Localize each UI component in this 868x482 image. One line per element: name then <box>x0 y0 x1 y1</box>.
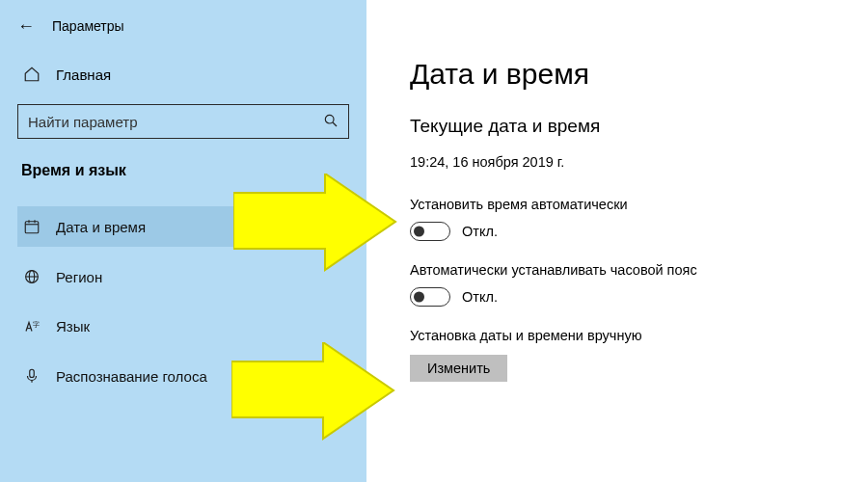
microphone-icon <box>23 367 41 385</box>
svg-line-1 <box>333 122 337 126</box>
setting-auto-timezone: Автоматически устанавливать часовой пояс… <box>410 262 839 307</box>
svg-point-0 <box>325 115 334 123</box>
sidebar: ← Параметры Главная Время и язык Дата и … <box>0 0 366 482</box>
calendar-clock-icon <box>23 218 41 235</box>
sidebar-item-label: Регион <box>56 269 102 285</box>
toggle-state: Откл. <box>462 289 498 305</box>
search-icon <box>323 113 339 131</box>
toggle-auto-timezone[interactable] <box>410 287 450 307</box>
svg-text:字: 字 <box>33 321 40 328</box>
toggle-auto-time[interactable] <box>410 222 450 241</box>
sidebar-item-datetime[interactable]: Дата и время <box>17 206 349 247</box>
back-icon[interactable]: ← <box>17 17 35 35</box>
sidebar-item-region[interactable]: Регион <box>17 256 349 297</box>
sidebar-item-speech[interactable]: Распознавание голоса <box>17 356 349 396</box>
window-title: Параметры <box>52 18 124 34</box>
sidebar-item-label: Язык <box>56 318 90 335</box>
nav-home[interactable]: Главная <box>17 62 349 87</box>
svg-rect-11 <box>30 369 35 377</box>
nav-home-label: Главная <box>56 67 111 83</box>
current-datetime-value: 19:24, 16 ноября 2019 г. <box>410 154 839 170</box>
globe-icon <box>23 268 41 285</box>
home-icon <box>23 66 41 83</box>
sidebar-header: ← Параметры <box>17 17 349 35</box>
sidebar-item-label: Дата и время <box>56 219 146 235</box>
search-box[interactable] <box>17 104 349 139</box>
section-title: Время и язык <box>17 162 349 179</box>
search-input[interactable] <box>28 114 323 130</box>
setting-auto-time: Установить время автоматически Откл. <box>410 197 839 241</box>
current-datetime-heading: Текущие дата и время <box>410 116 839 137</box>
setting-label: Установка даты и времени вручную <box>410 328 839 343</box>
language-icon: 字 <box>23 319 41 335</box>
sidebar-item-label: Распознавание голоса <box>56 368 207 385</box>
sidebar-nav: Дата и время Регион 字 Язык <box>17 206 349 396</box>
toggle-state: Откл. <box>462 224 498 239</box>
setting-manual-datetime: Установка даты и времени вручную Изменит… <box>410 328 839 382</box>
change-button[interactable]: Изменить <box>410 355 507 382</box>
setting-label: Установить время автоматически <box>410 197 839 212</box>
svg-rect-2 <box>25 222 39 233</box>
setting-label: Автоматически устанавливать часовой пояс <box>410 262 839 278</box>
main-content: Дата и время Текущие дата и время 19:24,… <box>366 0 868 482</box>
sidebar-item-language[interactable]: 字 Язык <box>17 307 349 346</box>
page-title: Дата и время <box>410 58 839 91</box>
